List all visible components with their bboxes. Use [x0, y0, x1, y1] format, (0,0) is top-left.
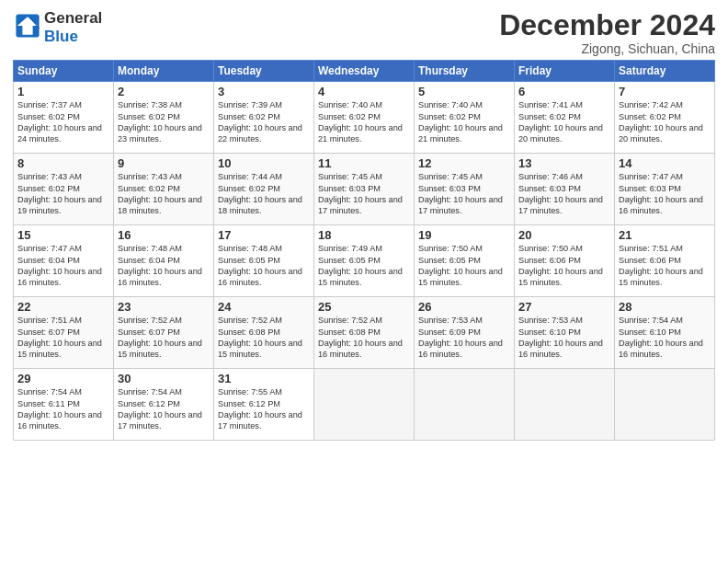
- day-info: Sunrise: 7:52 AMSunset: 6:08 PMDaylight:…: [218, 315, 310, 361]
- day-number: 10: [218, 156, 310, 170]
- day-number: 13: [518, 156, 610, 170]
- day-cell: 1Sunrise: 7:37 AMSunset: 6:02 PMDaylight…: [14, 82, 114, 154]
- day-info: Sunrise: 7:53 AMSunset: 6:09 PMDaylight:…: [418, 315, 510, 361]
- week-row-1: 1Sunrise: 7:37 AMSunset: 6:02 PMDaylight…: [14, 82, 715, 154]
- day-cell: 2Sunrise: 7:38 AMSunset: 6:02 PMDaylight…: [114, 82, 214, 154]
- day-info: Sunrise: 7:43 AMSunset: 6:02 PMDaylight:…: [17, 171, 109, 217]
- month-title: December 2024: [499, 9, 715, 41]
- day-cell: 25Sunrise: 7:52 AMSunset: 6:08 PMDayligh…: [314, 297, 415, 369]
- col-header-sunday: Sunday: [14, 61, 114, 82]
- day-cell: 28Sunrise: 7:54 AMSunset: 6:10 PMDayligh…: [615, 297, 715, 369]
- day-info: Sunrise: 7:47 AMSunset: 6:03 PMDaylight:…: [619, 171, 711, 217]
- day-number: 30: [118, 372, 210, 385]
- day-info: Sunrise: 7:48 AMSunset: 6:05 PMDaylight:…: [218, 243, 310, 289]
- day-info: Sunrise: 7:47 AMSunset: 6:04 PMDaylight:…: [17, 243, 109, 289]
- day-number: 31: [218, 372, 310, 385]
- day-number: 29: [17, 372, 109, 385]
- day-number: 11: [318, 156, 410, 170]
- day-cell: 14Sunrise: 7:47 AMSunset: 6:03 PMDayligh…: [615, 154, 715, 225]
- day-number: 2: [118, 85, 210, 98]
- day-info: Sunrise: 7:37 AMSunset: 6:02 PMDaylight:…: [17, 99, 109, 145]
- day-cell: 31Sunrise: 7:55 AMSunset: 6:12 PMDayligh…: [214, 369, 314, 441]
- day-info: Sunrise: 7:50 AMSunset: 6:05 PMDaylight:…: [418, 243, 510, 289]
- day-number: 16: [118, 228, 210, 242]
- day-cell: 17Sunrise: 7:48 AMSunset: 6:05 PMDayligh…: [214, 225, 314, 297]
- day-number: 26: [418, 300, 510, 314]
- header: General Blue December 2024 Zigong, Sichu…: [13, 9, 715, 56]
- day-cell: 30Sunrise: 7:54 AMSunset: 6:12 PMDayligh…: [114, 369, 214, 441]
- day-info: Sunrise: 7:46 AMSunset: 6:03 PMDaylight:…: [518, 171, 610, 217]
- day-cell: 12Sunrise: 7:45 AMSunset: 6:03 PMDayligh…: [415, 154, 515, 225]
- col-header-saturday: Saturday: [615, 61, 715, 82]
- day-number: 25: [318, 300, 410, 314]
- day-number: 7: [619, 85, 711, 98]
- day-cell: [515, 369, 615, 441]
- day-cell: 7Sunrise: 7:42 AMSunset: 6:02 PMDaylight…: [615, 82, 715, 154]
- day-number: 1: [17, 85, 109, 98]
- day-number: 14: [619, 156, 711, 170]
- col-header-friday: Friday: [515, 61, 615, 82]
- day-number: 24: [218, 300, 310, 314]
- page-container: General Blue December 2024 Zigong, Sichu…: [0, 0, 728, 446]
- day-cell: 26Sunrise: 7:53 AMSunset: 6:09 PMDayligh…: [415, 297, 515, 369]
- logo: General Blue: [13, 9, 102, 45]
- day-number: 15: [17, 228, 109, 242]
- day-info: Sunrise: 7:52 AMSunset: 6:08 PMDaylight:…: [318, 315, 410, 361]
- day-info: Sunrise: 7:51 AMSunset: 6:06 PMDaylight:…: [619, 243, 711, 289]
- logo-general-text: General: [44, 9, 102, 27]
- day-number: 3: [218, 85, 310, 98]
- col-header-tuesday: Tuesday: [214, 61, 314, 82]
- day-info: Sunrise: 7:44 AMSunset: 6:02 PMDaylight:…: [218, 171, 310, 217]
- day-number: 5: [418, 85, 510, 98]
- day-cell: 10Sunrise: 7:44 AMSunset: 6:02 PMDayligh…: [214, 154, 314, 225]
- day-cell: 16Sunrise: 7:48 AMSunset: 6:04 PMDayligh…: [114, 225, 214, 297]
- day-cell: 21Sunrise: 7:51 AMSunset: 6:06 PMDayligh…: [615, 225, 715, 297]
- week-row-3: 15Sunrise: 7:47 AMSunset: 6:04 PMDayligh…: [14, 225, 715, 297]
- day-cell: 13Sunrise: 7:46 AMSunset: 6:03 PMDayligh…: [515, 154, 615, 225]
- calendar-header-row: SundayMondayTuesdayWednesdayThursdayFrid…: [14, 61, 715, 82]
- day-info: Sunrise: 7:54 AMSunset: 6:12 PMDaylight:…: [118, 386, 210, 432]
- day-cell: 9Sunrise: 7:43 AMSunset: 6:02 PMDaylight…: [114, 154, 214, 225]
- day-info: Sunrise: 7:54 AMSunset: 6:11 PMDaylight:…: [17, 386, 109, 432]
- day-info: Sunrise: 7:48 AMSunset: 6:04 PMDaylight:…: [118, 243, 210, 289]
- day-info: Sunrise: 7:54 AMSunset: 6:10 PMDaylight:…: [619, 315, 711, 361]
- day-number: 4: [318, 85, 410, 98]
- day-cell: 11Sunrise: 7:45 AMSunset: 6:03 PMDayligh…: [314, 154, 415, 225]
- day-info: Sunrise: 7:49 AMSunset: 6:05 PMDaylight:…: [318, 243, 410, 289]
- day-number: 6: [518, 85, 610, 98]
- day-cell: 29Sunrise: 7:54 AMSunset: 6:11 PMDayligh…: [14, 369, 114, 441]
- day-info: Sunrise: 7:55 AMSunset: 6:12 PMDaylight:…: [218, 386, 310, 432]
- day-cell: 4Sunrise: 7:40 AMSunset: 6:02 PMDaylight…: [314, 82, 415, 154]
- day-cell: 27Sunrise: 7:53 AMSunset: 6:10 PMDayligh…: [515, 297, 615, 369]
- logo-blue-text: Blue: [44, 28, 78, 45]
- day-info: Sunrise: 7:45 AMSunset: 6:03 PMDaylight:…: [418, 171, 510, 217]
- day-info: Sunrise: 7:45 AMSunset: 6:03 PMDaylight:…: [318, 171, 410, 217]
- day-cell: 18Sunrise: 7:49 AMSunset: 6:05 PMDayligh…: [314, 225, 415, 297]
- day-number: 23: [118, 300, 210, 314]
- day-number: 18: [318, 228, 410, 242]
- day-number: 21: [619, 228, 711, 242]
- day-info: Sunrise: 7:51 AMSunset: 6:07 PMDaylight:…: [17, 315, 109, 361]
- col-header-monday: Monday: [114, 61, 214, 82]
- day-info: Sunrise: 7:40 AMSunset: 6:02 PMDaylight:…: [418, 99, 510, 145]
- day-cell: 22Sunrise: 7:51 AMSunset: 6:07 PMDayligh…: [14, 297, 114, 369]
- day-info: Sunrise: 7:50 AMSunset: 6:06 PMDaylight:…: [518, 243, 610, 289]
- day-info: Sunrise: 7:41 AMSunset: 6:02 PMDaylight:…: [518, 99, 610, 145]
- day-cell: 15Sunrise: 7:47 AMSunset: 6:04 PMDayligh…: [14, 225, 114, 297]
- day-cell: 24Sunrise: 7:52 AMSunset: 6:08 PMDayligh…: [214, 297, 314, 369]
- calendar-table: SundayMondayTuesdayWednesdayThursdayFrid…: [13, 60, 715, 441]
- week-row-2: 8Sunrise: 7:43 AMSunset: 6:02 PMDaylight…: [14, 154, 715, 225]
- week-row-5: 29Sunrise: 7:54 AMSunset: 6:11 PMDayligh…: [14, 369, 715, 441]
- day-info: Sunrise: 7:38 AMSunset: 6:02 PMDaylight:…: [118, 99, 210, 145]
- day-number: 9: [118, 156, 210, 170]
- day-cell: 19Sunrise: 7:50 AMSunset: 6:05 PMDayligh…: [415, 225, 515, 297]
- day-cell: 6Sunrise: 7:41 AMSunset: 6:02 PMDaylight…: [515, 82, 615, 154]
- day-cell: [314, 369, 415, 441]
- day-info: Sunrise: 7:42 AMSunset: 6:02 PMDaylight:…: [619, 99, 711, 145]
- day-number: 28: [619, 300, 711, 314]
- location: Zigong, Sichuan, China: [499, 41, 715, 56]
- title-block: December 2024 Zigong, Sichuan, China: [499, 9, 715, 56]
- day-number: 27: [518, 300, 610, 314]
- day-cell: 8Sunrise: 7:43 AMSunset: 6:02 PMDaylight…: [14, 154, 114, 225]
- day-info: Sunrise: 7:43 AMSunset: 6:02 PMDaylight:…: [118, 171, 210, 217]
